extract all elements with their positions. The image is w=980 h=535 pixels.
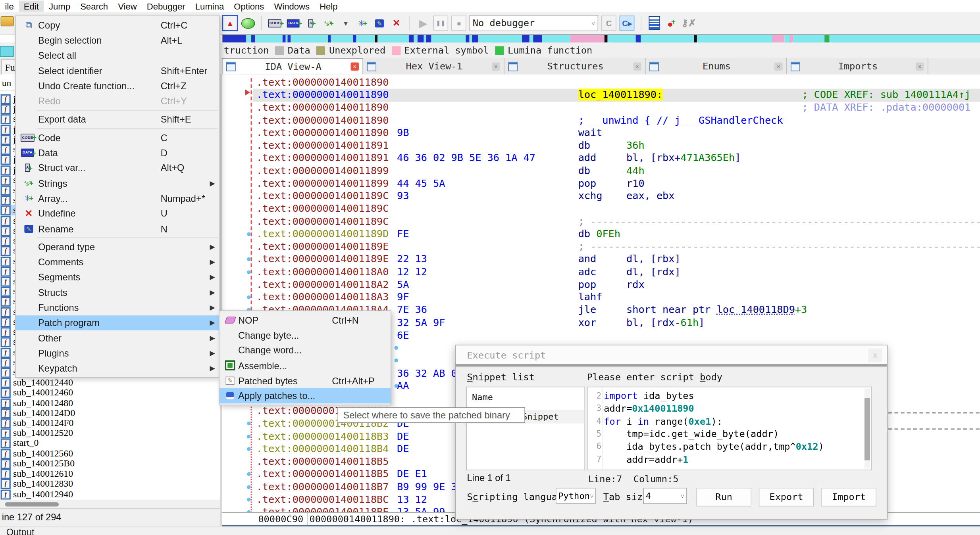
menu-item-array[interactable]: ✳+Array...Numpad+* [15, 191, 219, 206]
function-row[interactable]: fstart_0 [0, 438, 220, 448]
menu-item-copy[interactable]: ⧉CopyCtrl+C [15, 17, 219, 33]
rename-icon[interactable]: ✎ [373, 15, 387, 31]
function-row[interactable]: fsub_140012440 [0, 377, 220, 387]
disasm-line[interactable]: .text:0000000140011890loc_140011890:; CO… [222, 89, 980, 102]
menu-item-operand-type[interactable]: Operand type▶ [15, 239, 219, 254]
tab-hex-view-1[interactable]: Hex View-1✕ [363, 58, 504, 74]
create-code-icon[interactable]: CODE+ [268, 15, 284, 31]
disasm-line[interactable]: .text:0000000140011890 [222, 76, 980, 89]
disasm-line[interactable]: .text:0000000140011899db 44h [222, 165, 980, 177]
menu-item-rename[interactable]: ✎RenameN [15, 221, 219, 236]
menu-item-change-word[interactable]: Change word... [219, 343, 391, 358]
menu-item-keypatch[interactable]: Keypatch▶ [15, 361, 219, 376]
disasm-line[interactable]: .text:000000014001189146 36 02 9B 5E 36 … [222, 152, 980, 165]
menu-item-comments[interactable]: Comments▶ [15, 255, 219, 270]
menu-item-export-data[interactable]: Export dataShift+E [15, 112, 219, 127]
step-c-icon[interactable]: C▸ [620, 15, 635, 31]
menu-item-struct-var[interactable]: A+Struct var...Alt+Q [15, 160, 219, 175]
menu-debugger[interactable]: Debugger [142, 0, 190, 12]
menu-item-undo-create-function[interactable]: Undo Create function...Ctrl+Z [15, 78, 219, 93]
function-row[interactable]: fsub_1400124F0 [0, 418, 220, 428]
function-row[interactable]: fsub_140012830 [0, 479, 220, 489]
lumina-warning-icon[interactable]: ▲ [222, 15, 238, 31]
menu-item-other[interactable]: Other▶ [15, 330, 219, 345]
disasm-line[interactable]: .text:000000014001189944 45 5Apop r10 [222, 177, 980, 190]
close-icon[interactable]: ✕ [633, 62, 641, 70]
disasm-line[interactable]: .text:00000001400118A39Flahf [222, 291, 980, 304]
disasm-line[interactable]: .text:000000014001189C93xchg eax, ebx [222, 190, 980, 203]
disasm-line[interactable]: .text:0000000140011890; DATA XREF: .pdat… [222, 102, 980, 114]
debug-pause-icon[interactable]: ❚❚ [433, 15, 449, 31]
disasm-line[interactable]: .text:00000001400118A012 12adc dl, [rdx] [222, 266, 980, 278]
disasm-line[interactable]: .text:000000014001189E; ----------------… [222, 240, 980, 253]
disasm-line[interactable]: .text:000000014001189C; ----------------… [222, 215, 980, 228]
function-row[interactable]: fsub_1400124D0 [0, 408, 220, 418]
function-row[interactable]: fsub_1400125B0 [0, 458, 220, 468]
menu-item-segments[interactable]: Segments▶ [15, 270, 219, 285]
function-row[interactable]: fsub_140012610 [0, 468, 220, 478]
menu-jump[interactable]: Jump [44, 0, 75, 12]
run-button[interactable]: Run [696, 488, 751, 506]
debugger-combo[interactable]: No debugger˅ [470, 15, 598, 31]
create-string-icon[interactable]: ‘s’+ [322, 15, 336, 31]
disasm-line[interactable]: .text:000000014001189DFEdb 0FEh [222, 228, 980, 241]
menu-item-nop[interactable]: NOPCtrl+N [219, 312, 391, 327]
navigation-band[interactable] [222, 35, 980, 43]
menu-item-apply-patches-to[interactable]: Apply patches to... [219, 388, 391, 403]
disasm-line[interactable]: .text:00000001400118909Bwait [222, 127, 980, 140]
disasm-line[interactable]: .text:00000001400118A25Apop rdx [222, 278, 980, 291]
menu-help[interactable]: Help [315, 0, 343, 12]
menu-item-data[interactable]: DATA+DataD [15, 145, 219, 160]
menu-item-begin-selection[interactable]: Begin selectionAlt+L [15, 33, 219, 48]
function-row[interactable]: fsub_140012560 [0, 448, 220, 458]
add-breakpoint-icon[interactable]: ●+ [664, 15, 678, 31]
create-struct-icon[interactable]: A+ [305, 15, 319, 31]
menu-item-code[interactable]: CODE+CodeC [15, 130, 219, 145]
language-select[interactable]: Python˅ [556, 488, 596, 504]
menu-item-change-byte[interactable]: Change byte... [219, 328, 391, 343]
import-button[interactable]: Import [821, 488, 876, 506]
menu-item-patch-program[interactable]: Patch program▶ [15, 315, 219, 330]
script-editor[interactable]: 2import ida_bytes3addr=0x1400118904for i… [587, 387, 872, 470]
disasm-line[interactable]: .text:000000014001189C [222, 203, 980, 215]
disasm-line[interactable]: .text:000000014001189E22 13and dl, [rbx] [222, 253, 980, 266]
debugger-options-icon[interactable] [648, 15, 662, 31]
close-icon[interactable]: ✕ [492, 62, 500, 70]
menu-item-select-identifier[interactable]: Select identifierShift+Enter [15, 63, 219, 78]
close-icon[interactable]: ✕ [774, 62, 782, 70]
create-array-icon[interactable]: ✳+ [356, 15, 370, 31]
close-icon[interactable]: ✕ [350, 62, 358, 70]
menu-ile[interactable]: ile [0, 0, 19, 12]
tab-size-select[interactable]: 4˅ [643, 488, 687, 504]
function-row[interactable]: fsub_140012940 [0, 489, 220, 499]
menu-item-undefine[interactable]: ✕UndefineU [15, 206, 219, 221]
close-icon[interactable]: ✕ [916, 62, 924, 70]
lumina-ok-icon[interactable] [241, 15, 255, 31]
function-row[interactable]: fsub_140012460 [0, 387, 220, 397]
menu-item-patched-bytes[interactable]: ✎Patched bytesCtrl+Alt+P [219, 373, 391, 388]
open-file-icon[interactable] [1, 16, 14, 26]
menu-item-strings[interactable]: ‘s’+Strings▶ [15, 175, 219, 190]
step-c-disabled-icon[interactable]: C [601, 15, 616, 31]
menu-lumina[interactable]: Lumina [190, 0, 229, 12]
tab-enums[interactable]: Enums✕ [646, 58, 787, 74]
undefine-icon[interactable]: ✕ [389, 15, 403, 31]
output-bar[interactable]: Output [0, 527, 980, 535]
tab-structures[interactable]: Structures✕ [504, 58, 646, 74]
snippet-list[interactable]: Name Snippet [466, 387, 585, 470]
menu-item-plugins[interactable]: Plugins▶ [15, 345, 219, 361]
menu-item-structs[interactable]: Structs▶ [15, 285, 219, 300]
close-icon[interactable]: x [868, 349, 882, 362]
menu-view[interactable]: View [113, 0, 142, 12]
create-data-icon[interactable]: DATA+ [287, 15, 302, 31]
menu-item-assemble[interactable]: Assemble... [219, 358, 391, 373]
tab-ida-view-a[interactable]: IDA View-A✕ [222, 58, 363, 74]
disasm-line[interactable]: .text:0000000140011890; __unwind { // j_… [222, 114, 980, 127]
export-button[interactable]: Export [759, 488, 814, 506]
menu-options[interactable]: Options [229, 0, 269, 12]
menu-search[interactable]: Search [75, 0, 113, 12]
function-row[interactable]: fsub_140012480 [0, 398, 220, 408]
menu-item-select-all[interactable]: Select all [15, 48, 219, 63]
function-row[interactable]: fsub_140012520 [0, 428, 220, 438]
tab-imports[interactable]: Imports✕ [787, 58, 928, 74]
